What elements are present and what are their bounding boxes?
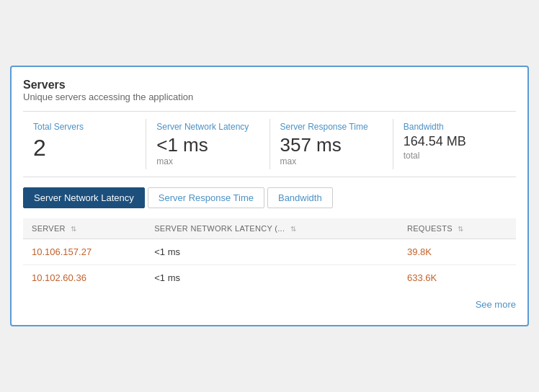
col-header-server: SERVER ⇅ [23, 218, 146, 239]
servers-card: Servers Unique servers accessing the app… [10, 66, 529, 327]
col-header-requests: REQUESTS ⇅ [398, 218, 516, 239]
metric-label-bandwidth: Bandwidth [404, 122, 506, 132]
metric-value-response-time: 357 ms [280, 135, 383, 156]
sort-icon-requests[interactable]: ⇅ [458, 225, 463, 233]
metric-response-time: Server Response Time 357 ms max [270, 119, 393, 170]
metric-bandwidth: Bandwidth 164.54 MB total [393, 119, 516, 170]
cell-latency: <1 ms [146, 265, 398, 291]
tab-network-latency[interactable]: Server Network Latency [23, 187, 145, 208]
tabs-row: Server Network Latency Server Response T… [23, 187, 516, 208]
metric-total-servers: Total Servers 2 [23, 119, 146, 170]
sort-icon-server[interactable]: ⇅ [71, 225, 76, 233]
metric-label-response-time: Server Response Time [280, 122, 383, 132]
metric-sub-bandwidth: total [404, 151, 506, 161]
card-subtitle: Unique servers accessing the application [23, 92, 516, 102]
metric-label-total-servers: Total Servers [33, 122, 135, 132]
see-more-row: See more [23, 290, 516, 313]
see-more-link[interactable]: See more [476, 299, 516, 310]
metric-value-total-servers: 2 [33, 135, 135, 161]
metrics-row: Total Servers 2 Server Network Latency <… [23, 111, 516, 178]
metric-network-latency: Server Network Latency <1 ms max [146, 119, 270, 170]
tab-bandwidth[interactable]: Bandwidth [267, 187, 333, 208]
col-header-latency: SERVER NETWORK LATENCY (... ⇅ [146, 218, 398, 239]
card-title: Servers [23, 79, 516, 92]
table-row: 10.102.60.36<1 ms633.6K [23, 265, 516, 291]
metric-sub-response-time: max [280, 156, 383, 166]
servers-table: SERVER ⇅ SERVER NETWORK LATENCY (... ⇅ R… [23, 218, 516, 290]
table-header-row: SERVER ⇅ SERVER NETWORK LATENCY (... ⇅ R… [23, 218, 516, 239]
metric-value-bandwidth: 164.54 MB [404, 135, 506, 149]
table-row: 10.106.157.27<1 ms39.8K [23, 239, 516, 265]
metric-value-network-latency: <1 ms [156, 135, 259, 156]
cell-server: 10.102.60.36 [23, 265, 146, 291]
cell-requests: 39.8K [398, 239, 516, 265]
cell-latency: <1 ms [146, 239, 398, 265]
cell-requests: 633.6K [398, 265, 516, 291]
tab-response-time[interactable]: Server Response Time [148, 187, 264, 208]
metric-label-network-latency: Server Network Latency [156, 122, 259, 132]
metric-sub-network-latency: max [156, 156, 259, 166]
cell-server: 10.106.157.27 [23, 239, 146, 265]
sort-icon-latency[interactable]: ⇅ [290, 225, 296, 233]
